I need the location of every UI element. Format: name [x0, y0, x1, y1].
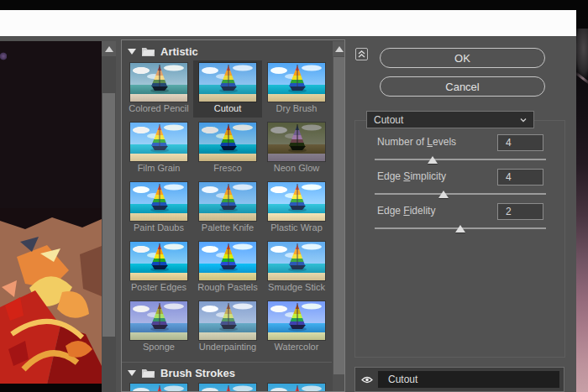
image-preview-area[interactable] [0, 41, 102, 392]
chevron-down-icon [520, 117, 527, 123]
group-header-artistic[interactable]: Artistic [122, 43, 332, 60]
scrollbar-thumb[interactable] [102, 93, 115, 337]
filter-thumb-poster-edges[interactable]: Poster Edges [124, 239, 193, 296]
edge-simplicity-label: Edge Simplicity [377, 170, 446, 182]
filter-thumb-label: Rough Pastels [197, 282, 258, 292]
filter-thumb-label: Watercolor [275, 342, 319, 352]
rough-pastels-thumbnail-image [199, 242, 256, 280]
watercolor-thumbnail-image [268, 301, 325, 340]
filter-thumb-plastic-wrap[interactable]: Plastic Wrap [262, 180, 331, 237]
filter-thumb-label: Film Grain [138, 163, 181, 173]
filter-thumb-palette-knife[interactable]: Palette Knife [193, 180, 262, 237]
arrow-up-icon [105, 46, 113, 52]
edge-simplicity-slider-track[interactable] [375, 193, 546, 195]
collapse-triangle-icon [128, 370, 136, 376]
cancel-button[interactable]: Cancel [380, 76, 545, 97]
collapse-panel-button[interactable] [355, 48, 368, 60]
poster-edges-thumbnail-image [130, 242, 187, 280]
fresco-thumbnail-image [199, 123, 256, 161]
group-label: Brush Strokes [160, 367, 235, 379]
arrow-up-icon [335, 46, 344, 52]
thumbnails-scrollbar[interactable] [333, 41, 345, 392]
filter-options-groupbox [354, 120, 565, 358]
edge-fidelity-slider-thumb[interactable] [455, 225, 465, 233]
effect-visibility-toggle[interactable] [355, 371, 378, 388]
group-header-brush-strokes[interactable]: Brush Strokes [122, 364, 332, 381]
filter-thumb-label: Cutout [214, 103, 241, 113]
filter-thumb-label: Palette Knife [202, 222, 254, 233]
edge-fidelity-label: Edge Fidelity [377, 205, 435, 217]
filter-thumb-label: Neon Glow [274, 163, 319, 173]
filter-thumb-rough-pastels[interactable]: Rough Pastels [193, 239, 262, 296]
eye-icon [361, 376, 373, 384]
cutout-rose-preview [0, 208, 102, 384]
filter-thumb-smudge-stick[interactable]: Smudge Stick [262, 239, 331, 296]
sponge-thumbnail-image [130, 301, 187, 340]
filter-thumb-label: Paint Daubs [134, 222, 184, 233]
collapse-triangle-icon [128, 49, 136, 55]
brush-strokes-thumb-1[interactable] [130, 384, 187, 392]
filter-thumb-watercolor[interactable]: Watercolor [262, 299, 331, 356]
filter-thumb-film-grain[interactable]: Film Grain [124, 120, 193, 177]
edge-simplicity-value-field[interactable]: 4 [497, 169, 543, 186]
filter-thumb-label: Plastic Wrap [270, 222, 323, 233]
number-of-levels-slider-track[interactable] [375, 159, 546, 160]
filter-thumb-label: Smudge Stick [268, 282, 325, 292]
dry-brush-thumbnail-image [268, 63, 325, 102]
ok-button[interactable]: OK [380, 48, 545, 68]
plastic-wrap-thumbnail-image [268, 182, 325, 221]
filter-thumb-colored-pencil[interactable]: Colored Pencil [124, 60, 193, 118]
scroll-up-button[interactable] [333, 41, 345, 56]
edge-simplicity-slider-thumb[interactable] [438, 191, 449, 198]
filter-thumb-cutout[interactable]: Cutout [193, 60, 262, 118]
filter-select-value: Cutout [374, 114, 520, 126]
edge-fidelity-value-field[interactable]: 2 [497, 203, 543, 220]
number-of-levels-value-field[interactable]: 4 [497, 134, 543, 151]
preview-scrollbar[interactable] [102, 41, 116, 392]
filter-thumbnails-panel: Artistic Colored Pencil Cutout Dry Brush… [121, 39, 345, 392]
scroll-up-button[interactable] [102, 41, 116, 56]
cutout-thumbnail-image [199, 63, 256, 102]
filter-thumb-dry-brush[interactable]: Dry Brush [262, 60, 331, 118]
filter-thumb-underpainting[interactable]: Underpainting [193, 299, 262, 356]
edge-fidelity-slider-track[interactable] [375, 227, 546, 229]
window-title-strip [0, 10, 576, 36]
number-of-levels-label: Number of Levels [377, 136, 456, 148]
colored-pencil-thumbnail-image [130, 63, 187, 102]
group-label: Artistic [160, 45, 198, 58]
filter-select-dropdown[interactable]: Cutout [366, 111, 534, 128]
effect-row-cutout[interactable]: Cutout [378, 371, 559, 388]
brush-strokes-thumb-3[interactable] [268, 384, 325, 392]
applied-effects-list: Cutout [354, 367, 564, 392]
filter-thumb-fresco[interactable]: Fresco [193, 120, 262, 177]
filter-thumb-label: Dry Brush [276, 103, 318, 113]
desktop-background-photo [576, 0, 588, 392]
scrollbar-thumb[interactable] [333, 57, 344, 374]
smudge-stick-thumbnail-image [268, 242, 325, 280]
filter-gallery-screen: Artistic Colored Pencil Cutout Dry Brush… [0, 0, 588, 392]
filter-thumb-sponge[interactable]: Sponge [124, 299, 193, 356]
filter-thumb-paint-daubs[interactable]: Paint Daubs [124, 180, 193, 237]
film-grain-thumbnail-image [130, 123, 187, 161]
paint-daubs-thumbnail-image [130, 182, 187, 221]
group-separator [122, 362, 332, 363]
number-of-levels-slider-thumb[interactable] [428, 156, 438, 164]
folder-icon [141, 368, 155, 378]
underpainting-thumbnail-image [199, 301, 256, 340]
filter-thumb-label: Fresco [213, 163, 242, 173]
preview-artifact [0, 52, 7, 60]
palette-knife-thumbnail-image [199, 182, 256, 221]
brush-strokes-thumb-2[interactable] [199, 384, 256, 392]
neon-glow-thumbnail-image [268, 123, 325, 161]
filter-thumb-neon-glow[interactable]: Neon Glow [262, 120, 331, 177]
double-chevron-up-icon [358, 50, 365, 58]
folder-icon [141, 46, 155, 56]
top-black-bar [0, 0, 588, 10]
filter-thumb-label: Poster Edges [131, 282, 186, 292]
effect-row-label: Cutout [388, 374, 417, 385]
filter-thumb-label: Colored Pencil [129, 103, 189, 113]
filter-gallery-dialog: Artistic Colored Pencil Cutout Dry Brush… [0, 36, 576, 392]
filter-thumb-label: Underpainting [199, 342, 257, 352]
preview-bottom-gap [0, 384, 102, 392]
filter-thumb-label: Sponge [143, 342, 175, 352]
